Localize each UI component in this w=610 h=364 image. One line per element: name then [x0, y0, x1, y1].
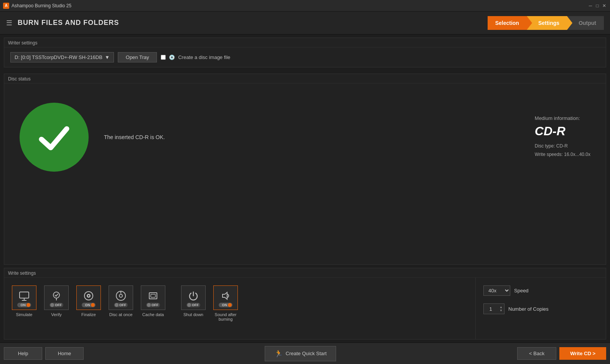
spinner-arrows: ▲ ▼: [500, 306, 503, 312]
disc-icon: 💿: [169, 54, 175, 60]
shut-down-toggle[interactable]: OFF: [186, 303, 200, 307]
svg-rect-11: [149, 293, 157, 299]
cache-data-label: Cache data: [142, 312, 164, 317]
simulate-icon-box: ON: [12, 285, 36, 310]
svg-point-9: [119, 294, 122, 297]
disc-at-once-icon-box: OFF: [109, 285, 133, 310]
nav-step-output[interactable]: Output: [567, 16, 604, 30]
svg-point-7: [88, 295, 89, 297]
toggle-shut-down[interactable]: OFF Shut down: [181, 285, 206, 317]
writer-settings-section: Writer settings D: [0:0] TSSTcorpDVD+-RW…: [4, 38, 606, 67]
quick-start-label: Create Quick Start: [286, 351, 327, 356]
spinner-down-arrow[interactable]: ▼: [500, 309, 503, 312]
cache-data-icon-box: OFF: [141, 285, 165, 310]
drive-dropdown-icon: ▼: [105, 54, 110, 60]
disc-at-once-icon: [115, 289, 127, 303]
shut-down-icon-box: OFF: [181, 285, 206, 310]
finalize-label: Finalize: [81, 312, 96, 317]
spinner-up-arrow[interactable]: ▲: [500, 306, 503, 309]
cache-data-toggle[interactable]: OFF: [146, 303, 160, 307]
svg-marker-13: [223, 292, 227, 299]
home-button[interactable]: Home: [45, 347, 84, 360]
toggle-finalize[interactable]: ON Finalize: [76, 285, 101, 317]
write-cd-button[interactable]: Write CD >: [559, 347, 606, 360]
quick-start-icon: 🏃: [274, 349, 283, 358]
finalize-toggle[interactable]: ON: [82, 303, 96, 307]
sound-icon: [219, 289, 232, 303]
open-tray-button[interactable]: Open Tray: [118, 52, 157, 62]
svg-point-3: [53, 292, 59, 298]
titlebar-left: A Ashampoo Burning Studio 25: [3, 3, 71, 9]
nav-step-selection[interactable]: Selection: [488, 16, 527, 30]
write-settings-label: Write settings: [4, 268, 606, 278]
help-button[interactable]: Help: [4, 347, 42, 360]
nav-breadcrumb: Selection Settings Output: [488, 11, 604, 34]
disc-status-label: Disc status: [4, 74, 606, 84]
footer-left: Help Home: [4, 347, 84, 360]
footer-right: < Back Write CD >: [517, 347, 606, 360]
drive-label: D: [0:0] TSSTcorpDVD+-RW SH-216DB: [15, 54, 102, 60]
write-settings-section: Write settings ON: [4, 268, 606, 339]
disc-at-once-label: Disc at once: [109, 312, 133, 317]
titlebar: A Ashampoo Burning Studio 25 ─ □ ✕: [0, 0, 610, 11]
content: Writer settings D: [0:0] TSSTcorpDVD+-RW…: [0, 34, 610, 343]
write-settings-right: 40x Speed 1 ▲ ▼ Number of Copies: [475, 278, 606, 339]
simulate-icon: [18, 289, 30, 303]
maximize-button[interactable]: □: [595, 3, 600, 8]
verify-label: Verify: [51, 312, 62, 317]
svg-rect-12: [151, 294, 155, 297]
toggle-sound-after-burning[interactable]: ON Sound afterburning: [213, 285, 238, 321]
write-speeds-label: Write speeds: 16.0x...40.0x: [535, 151, 590, 159]
titlebar-controls: ─ □ ✕: [588, 3, 607, 8]
drive-select[interactable]: D: [0:0] TSSTcorpDVD+-RW SH-216DB ▼: [10, 52, 114, 62]
app: ☰ BURN FILES AND FOLDERS Selection Setti…: [0, 11, 610, 364]
medium-details: Disc type: CD-R Write speeds: 16.0x...40…: [535, 142, 590, 159]
toggle-disc-at-once[interactable]: OFF Disc at once: [109, 285, 133, 317]
disc-at-once-toggle[interactable]: OFF: [114, 303, 128, 307]
finalize-icon-box: ON: [76, 285, 101, 310]
copies-label: Number of Copies: [508, 306, 549, 312]
finalize-icon: [82, 289, 95, 303]
medium-info: Medium information: CD-R Disc type: CD-R…: [535, 115, 590, 159]
disc-status-content: The inserted CD-R is OK. Medium informat…: [4, 84, 606, 191]
speed-select[interactable]: 40x: [483, 285, 510, 296]
disc-status-message: The inserted CD-R is OK.: [104, 134, 165, 140]
menu-icon[interactable]: ☰: [6, 19, 12, 27]
copies-input[interactable]: 1: [485, 306, 496, 312]
quick-start-button[interactable]: 🏃 Create Quick Start: [265, 346, 336, 361]
speed-row: 40x Speed: [483, 285, 598, 296]
toggle-simulate[interactable]: ON Simulate: [12, 285, 36, 317]
minimize-button[interactable]: ─: [588, 3, 593, 8]
disc-status-section: Disc status The inserted CD-R is OK. Med…: [4, 74, 606, 265]
writer-settings-panel: D: [0:0] TSSTcorpDVD+-RW SH-216DB ▼ Open…: [4, 48, 606, 67]
disc-image-checkbox[interactable]: [161, 55, 166, 60]
nav-step-settings[interactable]: Settings: [527, 16, 567, 30]
verify-icon: [50, 289, 63, 303]
disc-type-label: Disc type: CD-R: [535, 142, 590, 151]
copies-row: 1 ▲ ▼ Number of Copies: [483, 303, 598, 314]
writer-controls: D: [0:0] TSSTcorpDVD+-RW SH-216DB ▼ Open…: [10, 52, 600, 62]
back-button[interactable]: < Back: [517, 347, 556, 360]
header-left: ☰ BURN FILES AND FOLDERS: [6, 19, 119, 27]
medium-type: CD-R: [535, 124, 590, 138]
verify-toggle[interactable]: OFF: [49, 303, 63, 307]
verify-icon-box: OFF: [44, 285, 69, 310]
copies-spinner[interactable]: 1 ▲ ▼: [483, 303, 504, 314]
footer: Help Home 🏃 Create Quick Start < Back Wr…: [0, 343, 610, 364]
page-title: BURN FILES AND FOLDERS: [18, 19, 119, 27]
disc-image-checkbox-row[interactable]: 💿 Create a disc image file: [161, 54, 230, 60]
app-icon: A: [3, 3, 9, 9]
toggle-cache-data[interactable]: OFF Cache data: [141, 285, 165, 317]
sound-label: Sound afterburning: [215, 312, 237, 321]
medium-info-label: Medium information:: [535, 115, 590, 121]
checkmark-svg: [33, 116, 75, 158]
footer-center: 🏃 Create Quick Start: [265, 346, 336, 361]
simulate-toggle[interactable]: ON: [17, 303, 31, 307]
close-button[interactable]: ✕: [602, 3, 607, 8]
header: ☰ BURN FILES AND FOLDERS Selection Setti…: [0, 11, 610, 34]
sound-icon-box: ON: [213, 285, 238, 310]
toggle-verify[interactable]: OFF Verify: [44, 285, 69, 317]
shut-down-icon: [187, 289, 199, 303]
sound-toggle[interactable]: ON: [219, 303, 232, 307]
shut-down-label: Shut down: [183, 312, 203, 317]
